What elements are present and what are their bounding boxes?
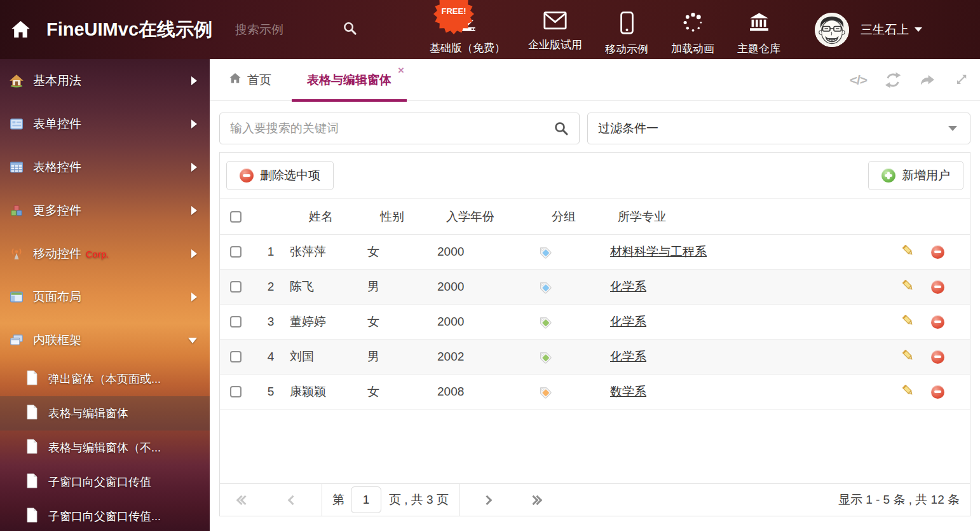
chevron-down-icon: [188, 338, 197, 343]
pager-divider: [322, 484, 322, 516]
major-link[interactable]: 数学系: [610, 385, 646, 398]
column-header-group[interactable]: 分组: [525, 209, 608, 225]
last-page-button[interactable]: [530, 497, 541, 504]
sidebar-item-page-layout[interactable]: 页面布局: [0, 275, 210, 319]
sidebar-item-form-controls[interactable]: 表单控件: [0, 102, 210, 146]
keyword-search-input[interactable]: [220, 121, 543, 136]
prev-page-button[interactable]: [289, 497, 296, 504]
page-input[interactable]: [351, 486, 381, 513]
avatar[interactable]: [815, 13, 849, 47]
table-row: 5 康颖颖 女 2008 数学系: [220, 375, 970, 410]
chevron-right-icon: [191, 120, 197, 128]
edit-icon[interactable]: [901, 383, 915, 400]
expand-icon[interactable]: [953, 72, 969, 88]
tag-icon: [538, 350, 552, 364]
column-header-year[interactable]: 入学年份: [436, 209, 525, 225]
nav-item-loading-animation[interactable]: 加载动画: [671, 3, 714, 56]
page-suffix: 页 , 共 3 页: [389, 492, 449, 508]
cell-gender: 女: [367, 383, 436, 400]
tag-icon: [538, 280, 552, 294]
search-icon[interactable]: [343, 21, 357, 38]
sidebar-subitem-popup-window[interactable]: 弹出窗体（本页面或...: [0, 362, 210, 396]
delete-icon[interactable]: [931, 280, 944, 294]
sidebar-subitem-child-to-parent[interactable]: 子窗口向父窗口传值: [0, 465, 210, 499]
edit-icon[interactable]: [901, 314, 915, 330]
delete-icon[interactable]: [931, 245, 944, 259]
nav-item-mobile-demo[interactable]: 移动示例: [605, 3, 648, 57]
cell-year: 2008: [436, 385, 525, 399]
free-badge[interactable]: FREE!: [433, 0, 474, 34]
filter-dropdown-value: 过滤条件一: [598, 120, 658, 137]
close-icon[interactable]: ×: [398, 65, 404, 76]
row-checkbox[interactable]: [230, 386, 242, 397]
chevron-down-icon: [915, 27, 922, 32]
nav-item-label: 企业版试用: [528, 38, 582, 52]
sidebar-item-mobile-controls[interactable]: 移动控件 Corp.: [0, 232, 210, 275]
spinner-icon: [682, 11, 704, 36]
major-link[interactable]: 材料科学与工程系: [610, 245, 707, 258]
nav-item-enterprise-trial[interactable]: 企业版试用: [528, 3, 582, 52]
column-header-gender[interactable]: 性别: [367, 209, 436, 225]
corp-badge: Corp.: [86, 249, 109, 259]
page-prefix: 第: [332, 492, 344, 508]
header-search: [234, 21, 357, 38]
row-checkbox[interactable]: [230, 281, 242, 293]
next-page-button[interactable]: [484, 497, 491, 504]
row-checkbox[interactable]: [230, 316, 242, 328]
search-icon[interactable]: [543, 121, 579, 136]
sidebar-subitem-grid-edit-window[interactable]: 表格与编辑窗体: [0, 396, 210, 431]
column-header-name[interactable]: 姓名: [290, 209, 367, 225]
home-icon[interactable]: [10, 19, 31, 40]
first-page-button[interactable]: [238, 497, 248, 504]
edit-icon[interactable]: [901, 348, 915, 365]
row-checkbox[interactable]: [230, 351, 242, 362]
app-header: FineUIMvc在线示例 FREE! 基础版（免费） 企业版试用 移动示例 加…: [0, 0, 980, 59]
code-icon[interactable]: </>: [850, 72, 867, 88]
pagination-bar: 第 页 , 共 3 页 显示 1 - 5 条 , 共 12 条: [220, 483, 970, 516]
refresh-icon[interactable]: [885, 72, 901, 88]
app-title: FineUIMvc在线示例: [46, 17, 212, 43]
tab-home[interactable]: 首页: [229, 72, 271, 88]
cell-gender: 男: [367, 279, 436, 295]
sidebar-item-grid-controls[interactable]: 表格控件: [0, 146, 210, 189]
cell-name: 张萍萍: [290, 244, 367, 260]
cell-name: 董婷婷: [290, 314, 367, 330]
sidebar-item-basic-usage[interactable]: 基本用法: [0, 59, 210, 102]
sidebar-item-iframe[interactable]: 内联框架: [0, 319, 210, 362]
table-header-row: 姓名 性别 入学年份 分组 所学专业: [220, 198, 970, 235]
sidebar-subitem-child-to-parent-2[interactable]: 子窗口向父窗口传值...: [0, 499, 210, 531]
delete-selected-button[interactable]: 删除选中项: [226, 161, 334, 190]
sidebar-subitem-grid-edit-window-2[interactable]: 表格与编辑窗体（不...: [0, 431, 210, 465]
major-link[interactable]: 化学系: [610, 280, 646, 293]
plus-icon: [881, 169, 895, 183]
cell-year: 2000: [436, 315, 525, 329]
header-search-input[interactable]: [234, 22, 332, 38]
column-header-major[interactable]: 所学专业: [608, 209, 875, 225]
chevron-right-icon: [191, 293, 197, 301]
tab-grid-edit-window[interactable]: 表格与编辑窗体 ×: [292, 59, 407, 101]
pager-divider: [459, 484, 459, 516]
file-icon: [25, 439, 38, 457]
row-checkbox[interactable]: [230, 246, 242, 258]
edit-icon[interactable]: [901, 244, 915, 260]
sidebar-item-more-controls[interactable]: 更多控件: [0, 189, 210, 232]
nav-item-theme-repo[interactable]: 主题仓库: [737, 3, 780, 56]
major-link[interactable]: 化学系: [610, 350, 646, 363]
filter-dropdown[interactable]: 过滤条件一: [587, 113, 970, 144]
file-icon: [25, 404, 38, 423]
file-icon: [25, 370, 38, 389]
major-link[interactable]: 化学系: [610, 315, 646, 328]
file-icon: [25, 507, 38, 526]
chevron-right-icon: [191, 163, 197, 172]
page-summary: 显示 1 - 5 条 , 共 12 条: [838, 492, 960, 508]
user-menu[interactable]: 三生石上: [861, 22, 922, 38]
user-name: 三生石上: [861, 22, 909, 38]
select-all-checkbox[interactable]: [230, 211, 242, 223]
delete-icon[interactable]: [931, 385, 944, 399]
delete-icon[interactable]: [931, 350, 944, 364]
add-user-button[interactable]: 新增用户: [868, 161, 963, 190]
mail-icon: [543, 11, 567, 32]
forward-icon[interactable]: [919, 72, 936, 88]
delete-icon[interactable]: [931, 315, 944, 329]
edit-icon[interactable]: [901, 279, 915, 295]
